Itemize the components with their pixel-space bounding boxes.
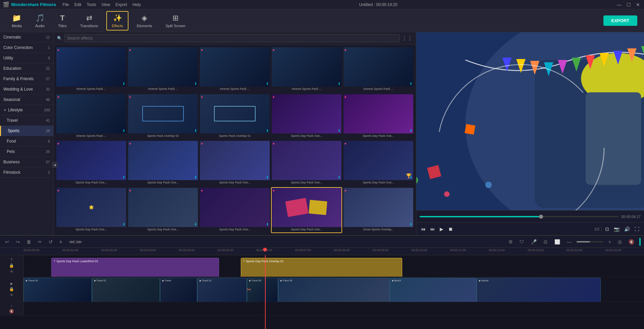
video-clip-travel06[interactable]: ▶ Travel 06	[278, 278, 390, 302]
effect-item[interactable]: ♥ ⬇ Sports Day Pack Ove...	[199, 187, 270, 233]
zoom-in-btn[interactable]: +	[607, 238, 613, 245]
download-icon[interactable]: ⬇	[338, 129, 340, 132]
download-icon[interactable]: ⬇	[410, 222, 412, 226]
win-maximize[interactable]: ☐	[625, 1, 632, 8]
effect-item-selected[interactable]: ♥ Sports Day Pack Ove...	[271, 187, 342, 233]
effect-item[interactable]: ♥ ⬇ Snow Sports Overlay...	[343, 187, 414, 233]
effect-item[interactable]: ♥ ⬇ Sports Day Pack Ove...	[271, 140, 342, 186]
favorite-icon[interactable]: ♥	[129, 95, 131, 99]
toolbar-split-screen[interactable]: ⊞ Split Screen	[161, 11, 191, 30]
favorite-icon[interactable]: ♥	[201, 189, 203, 193]
category-utility[interactable]: Utility 9	[0, 53, 53, 63]
cut-button[interactable]: ✂	[36, 238, 44, 245]
track-lock-icon[interactable]: 🔒	[9, 263, 14, 268]
download-icon[interactable]: ⬇	[122, 222, 125, 226]
category-family[interactable]: Family & Friends 27	[0, 74, 53, 84]
toolbar-media[interactable]: 📁 Media	[7, 11, 27, 30]
category-sports[interactable]: Sports 28	[0, 126, 53, 136]
video-clip-travel04[interactable]: ▶ Travel 04	[23, 278, 92, 302]
favorite-icon[interactable]: ♥	[344, 48, 346, 52]
video-clip-travel01[interactable]: ▶ Travel 01	[197, 278, 247, 302]
category-pets[interactable]: Pets 25	[0, 147, 53, 157]
undo-button[interactable]: ↩	[3, 238, 11, 245]
more-options-icon[interactable]: ⋮⋮	[402, 35, 413, 42]
crop-button[interactable]: ⬜	[553, 238, 562, 245]
download-icon[interactable]: ⬇	[410, 82, 412, 86]
effect-item[interactable]: ♥ ⬇ Xtreme Sports Pack ...	[343, 47, 414, 93]
delete-button[interactable]: 🗑	[25, 238, 33, 245]
favorite-icon[interactable]: ♥	[129, 48, 131, 52]
category-lifestyle[interactable]: ▼ Lifestyle 100	[0, 105, 53, 115]
favorite-icon[interactable]: ♥	[273, 95, 275, 99]
redo-button[interactable]: ↪	[14, 238, 21, 245]
category-filmstock[interactable]: Filmstock 2	[0, 167, 53, 178]
menu-view[interactable]: View	[101, 2, 110, 7]
export-button[interactable]: EXPORT	[603, 15, 637, 26]
menu-tools[interactable]: Tools	[87, 2, 96, 7]
zoom-slider[interactable]	[577, 241, 603, 242]
download-icon[interactable]: ⬇	[410, 129, 412, 132]
favorite-icon[interactable]: ♥	[344, 189, 346, 193]
download-icon[interactable]: ⬇	[410, 175, 412, 179]
settings-button[interactable]: ≡	[58, 238, 64, 245]
toolbar-titles[interactable]: T Titles	[53, 11, 72, 30]
menu-file[interactable]: File	[62, 2, 69, 7]
history-button[interactable]: ↺	[47, 238, 54, 245]
download-icon[interactable]: ⬇	[194, 129, 197, 132]
download-icon[interactable]: ⬇	[266, 129, 269, 132]
effect-item[interactable]: ♥ ⬇ Sports Day Pack Ove...	[343, 94, 414, 140]
skip-back-button[interactable]: ⏮	[420, 226, 427, 232]
toolbar-elements[interactable]: ◈ Elements	[132, 11, 157, 30]
effect-item[interactable]: ♥ ⬇ Sports Day Pack Ove...	[127, 140, 199, 186]
favorite-icon[interactable]: ♥	[344, 95, 346, 99]
mute-btn[interactable]: 🔇	[627, 238, 636, 245]
effect-item[interactable]: ♥ ⬇ Xtreme Sports Pack ...	[271, 47, 342, 93]
category-travel[interactable]: Travel 41	[0, 115, 53, 126]
download-icon[interactable]: ⬇	[194, 82, 197, 86]
adjust-button[interactable]: ⚖	[542, 238, 549, 245]
favorite-icon[interactable]: ♥	[273, 48, 275, 52]
effect-item[interactable]: ♥ ⬇ Sports Pack Overlay 02	[127, 94, 199, 140]
favorite-icon[interactable]: ♥	[129, 142, 131, 146]
stop-button[interactable]: ⏹	[447, 226, 454, 232]
category-seasonal[interactable]: Seasonal 46	[0, 95, 53, 105]
effect-item[interactable]: 🏆 ♥ ⬇ Sports Day Pack Ove...	[343, 140, 414, 186]
effect-item[interactable]: ♥ ⬇ Xtreme Sports Pack ...	[56, 47, 127, 93]
download-icon[interactable]: ⬇	[266, 82, 269, 86]
track-lock-icon[interactable]: 🔒	[9, 287, 14, 291]
download-icon[interactable]: ⬇	[122, 175, 125, 179]
toolbar-effects[interactable]: ✨ Effects	[106, 11, 128, 31]
effect-item[interactable]: ♥ ⬇ Xtreme Sports Pack ...	[199, 47, 270, 93]
speed-button[interactable]: ⋘⋙	[67, 238, 84, 245]
fullscreen-button[interactable]: ⛶	[633, 226, 641, 232]
effect-item[interactable]: ♥ ⬇ Xtreme Sports Pack ...	[127, 47, 199, 93]
favorite-icon[interactable]: ♥	[201, 142, 203, 146]
win-minimize[interactable]: —	[616, 1, 623, 8]
category-business[interactable]: Business 57	[0, 157, 53, 167]
download-icon[interactable]: ⬇	[122, 129, 125, 132]
favorite-icon[interactable]: ♥	[201, 95, 203, 99]
zoom-out-btn[interactable]: —	[565, 238, 573, 245]
panel-collapse-button[interactable]: ◀	[52, 162, 57, 167]
toolbar-audio[interactable]: 🎵 Audio	[30, 11, 50, 30]
download-icon[interactable]: ⬇	[122, 82, 125, 86]
download-icon[interactable]: ⬇	[338, 175, 340, 179]
effect-item[interactable]: ♥ ⬇ Xtreme Sports Pack ...	[56, 94, 127, 140]
category-food[interactable]: Food 6	[0, 136, 53, 147]
effect-item[interactable]: 🌟 ♥ ⬇ Sports Day Pack Ove...	[56, 187, 127, 233]
video-clip-travel05[interactable]: ▶ Travel 05	[247, 278, 278, 302]
menu-export[interactable]: Export	[115, 2, 127, 7]
track-mute-icon[interactable]: 🔇	[9, 309, 14, 314]
category-education[interactable]: Education 22	[0, 63, 53, 74]
category-cinematic[interactable]: Cinematic 12	[0, 32, 53, 43]
toolbar-transitions[interactable]: ⇄ Transitions	[75, 11, 103, 30]
screenshot-button[interactable]: 📷	[612, 226, 621, 232]
favorite-icon[interactable]: ♥	[57, 95, 59, 99]
shield-button[interactable]: 🛡	[518, 238, 526, 245]
video-clip-beach[interactable]: ▶ Beach	[390, 278, 477, 302]
video-clip-travel02[interactable]: ▶ Travel 02	[92, 278, 160, 302]
favorite-icon[interactable]: ♥	[201, 48, 203, 52]
effect-item[interactable]: ♥ ⬇ Sports Day Pack Ove...	[271, 94, 342, 140]
win-close[interactable]: ✕	[635, 1, 641, 8]
favorite-icon[interactable]: ♥	[57, 189, 59, 193]
